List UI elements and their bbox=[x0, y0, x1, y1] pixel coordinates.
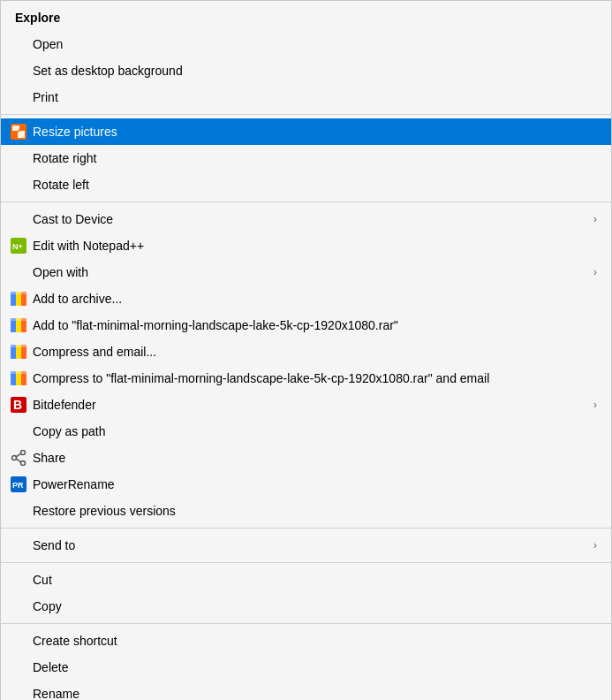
svg-point-27 bbox=[12, 456, 17, 460]
menu-label-add-rar: Add to "flat-minimal-morning-landscape-l… bbox=[33, 318, 597, 332]
menu-label-power-rename: PowerRename bbox=[33, 477, 597, 491]
menu-separator bbox=[1, 562, 611, 563]
menu-item-edit-notepadpp[interactable]: N+ Edit with Notepad++ bbox=[1, 232, 611, 259]
svg-rect-22 bbox=[11, 371, 26, 374]
menu-label-open: Open bbox=[33, 37, 597, 51]
submenu-arrow-icon: › bbox=[593, 539, 597, 552]
menu-item-delete[interactable]: Delete bbox=[1, 654, 611, 681]
menu-separator bbox=[1, 623, 611, 624]
menu-separator bbox=[1, 114, 611, 115]
menu-label-rotate-right: Rotate right bbox=[33, 151, 597, 165]
menu-item-compress-email[interactable]: Compress and email... bbox=[1, 339, 611, 365]
menu-label-copy: Copy bbox=[33, 599, 597, 613]
menu-item-restore-versions[interactable]: Restore previous versions bbox=[1, 498, 611, 524]
svg-rect-2 bbox=[18, 131, 25, 138]
menu-label-add-archive: Add to archive... bbox=[33, 292, 597, 306]
winrar-icon bbox=[10, 316, 27, 334]
share-icon bbox=[10, 449, 27, 467]
menu-label-edit-notepadpp: Edit with Notepad++ bbox=[33, 239, 597, 253]
winrar-icon bbox=[10, 369, 27, 387]
menu-label-share: Share bbox=[33, 451, 597, 465]
menu-label-rename: Rename bbox=[33, 687, 597, 700]
menu-item-copy-path[interactable]: Copy as path bbox=[1, 418, 611, 445]
submenu-arrow-icon: › bbox=[593, 213, 597, 225]
menu-item-rotate-right[interactable]: Rotate right bbox=[1, 145, 611, 171]
menu-item-add-archive[interactable]: Add to archive... bbox=[1, 285, 611, 312]
menu-label-set-desktop: Set as desktop background bbox=[33, 64, 597, 78]
svg-rect-10 bbox=[11, 292, 26, 294]
menu-label-resize-pictures: Resize pictures bbox=[33, 125, 597, 139]
menu-item-compress-rar-email[interactable]: Compress to "flat-minimal-morning-landsc… bbox=[1, 365, 611, 392]
menu-item-cast-to-device[interactable]: Cast to Device› bbox=[1, 206, 611, 232]
menu-label-delete: Delete bbox=[33, 660, 597, 674]
notepadpp-icon: N+ bbox=[10, 237, 27, 255]
menu-label-copy-path: Copy as path bbox=[33, 424, 597, 438]
svg-text:B: B bbox=[13, 398, 22, 412]
menu-label-send-to: Send to bbox=[33, 538, 593, 552]
menu-item-open[interactable]: Open bbox=[1, 31, 611, 57]
menu-separator bbox=[1, 202, 611, 202]
menu-item-bitdefender[interactable]: B Bitdefender› bbox=[1, 392, 611, 418]
menu-item-rename[interactable]: Rename bbox=[1, 681, 611, 700]
menu-item-send-to[interactable]: Send to› bbox=[1, 532, 611, 559]
menu-item-power-rename[interactable]: PR PowerRename bbox=[1, 471, 611, 498]
svg-line-28 bbox=[16, 453, 21, 457]
menu-item-add-rar[interactable]: Add to "flat-minimal-morning-landscape-l… bbox=[1, 312, 611, 339]
menu-item-rotate-left[interactable]: Rotate left bbox=[1, 171, 611, 198]
svg-rect-18 bbox=[11, 345, 26, 347]
menu-item-create-shortcut[interactable]: Create shortcut bbox=[1, 628, 611, 654]
bitdefender-icon: B bbox=[10, 396, 27, 414]
menu-item-copy[interactable]: Copy bbox=[1, 593, 611, 620]
menu-label-bitdefender: Bitdefender bbox=[33, 398, 593, 412]
menu-item-print[interactable]: Print bbox=[1, 84, 611, 110]
svg-rect-1 bbox=[12, 126, 19, 131]
menu-label-explore: Explore bbox=[15, 11, 597, 25]
menu-label-open-with: Open with bbox=[33, 265, 593, 279]
menu-label-compress-email: Compress and email... bbox=[33, 345, 597, 359]
menu-item-set-desktop[interactable]: Set as desktop background bbox=[1, 57, 611, 84]
menu-label-restore-versions: Restore previous versions bbox=[33, 504, 597, 518]
powerrename-icon: PR bbox=[10, 476, 27, 493]
submenu-arrow-icon: › bbox=[593, 266, 597, 278]
winrar-icon bbox=[10, 343, 27, 361]
svg-text:N+: N+ bbox=[12, 242, 23, 251]
menu-item-explore: Explore bbox=[1, 4, 611, 31]
menu-separator bbox=[1, 528, 611, 529]
menu-item-resize-pictures[interactable]: Resize pictures bbox=[1, 118, 611, 145]
submenu-arrow-icon: › bbox=[593, 399, 597, 411]
menu-label-cast-to-device: Cast to Device bbox=[33, 212, 593, 226]
winrar-icon bbox=[10, 290, 27, 308]
resize-icon bbox=[10, 123, 27, 141]
svg-point-25 bbox=[21, 451, 26, 455]
svg-text:PR: PR bbox=[12, 481, 24, 490]
menu-item-share[interactable]: Share bbox=[1, 445, 611, 471]
context-menu: ExploreOpenSet as desktop backgroundPrin… bbox=[0, 0, 612, 700]
menu-label-compress-rar-email: Compress to "flat-minimal-morning-landsc… bbox=[33, 371, 597, 385]
menu-label-cut: Cut bbox=[33, 573, 597, 587]
menu-item-open-with[interactable]: Open with› bbox=[1, 259, 611, 285]
menu-item-cut[interactable]: Cut bbox=[1, 567, 611, 593]
svg-point-26 bbox=[21, 461, 26, 466]
menu-label-print: Print bbox=[33, 90, 597, 104]
svg-line-29 bbox=[16, 459, 21, 462]
menu-label-rotate-left: Rotate left bbox=[33, 178, 597, 192]
menu-label-create-shortcut: Create shortcut bbox=[33, 634, 597, 648]
svg-rect-14 bbox=[11, 318, 26, 321]
